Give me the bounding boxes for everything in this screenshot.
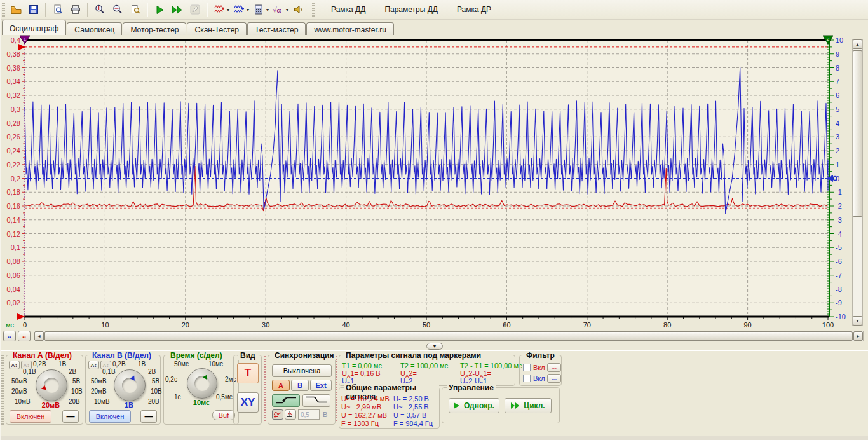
horizontal-scrollbar[interactable]: ◄ ► [34,331,864,341]
svg-text:5: 5 [836,106,839,113]
tab-4[interactable]: Тест-мастер [247,22,306,36]
tab-0[interactable]: Осциллограф [2,20,66,35]
marker-a-jump-button[interactable]: .. [18,331,31,341]
filter-checkbox-1[interactable] [523,375,531,382]
svg-text:0,4: 0,4 [11,36,20,44]
channel-b-dial-label: 10В [151,388,162,395]
sync-off-button[interactable]: Выключена [272,364,332,377]
svg-text:0,16: 0,16 [7,202,20,210]
horizontal-scroll-thumb[interactable] [44,331,853,341]
open-button[interactable] [8,2,24,17]
panel-splitter[interactable] [336,356,337,422]
scroll-left-button[interactable]: ◄ [34,331,44,341]
rising-edge-icon [275,398,297,406]
svg-text:30: 30 [262,321,269,329]
scroll-right-button[interactable]: ► [853,331,863,341]
channel-b-minus-button[interactable]: — [140,410,157,423]
collapse-panel-button[interactable]: ▼ [426,343,443,350]
print-preview-icon [53,4,63,15]
channel-a-autoscale-button[interactable]: A↕ [9,361,20,369]
tab-3[interactable]: Скан-Тестер [187,22,247,36]
timebase-dial-label: 50мс [174,361,189,368]
menu-item-1[interactable]: Параметры ДД [379,3,443,16]
menu-item-2[interactable]: Рамка ДР [452,3,496,16]
tab-bar: ОсциллографСамописецМотор-тестерСкан-Тес… [1,20,868,36]
zoom-page-button[interactable] [127,2,144,17]
sync-level-input[interactable] [298,409,320,420]
calculator-icon [254,4,263,15]
save-button[interactable] [25,2,42,17]
tab-5[interactable]: www.motor-master.ru [306,22,393,36]
scroll-up-button[interactable]: ▲ [853,39,862,49]
signal-b-menu-button[interactable] [231,2,247,17]
vertical-scrollbar[interactable]: ▲ ▼ [852,39,863,326]
panel-gripper[interactable] [1,355,4,426]
timebase-group: Время (с/дел) 50мс10мс0,2с2мс1с0,5мс10мс… [163,355,239,425]
filter-checkbox-0[interactable] [523,364,531,371]
single-run-button[interactable]: Однокр. [449,398,499,413]
filter-label: Вкл [533,375,545,382]
falling-edge-button[interactable] [302,394,330,407]
scroll-down-button[interactable]: ▼ [853,316,862,326]
menu-item-0[interactable]: Рамка ДД [326,3,370,16]
timebase-dial-label: 0,5мс [216,394,233,401]
sync-source-ext-button[interactable]: Ext [310,380,332,391]
control-title: Управление [447,383,496,392]
toolbar-gripper[interactable] [312,3,315,17]
view-title: Вид [238,351,257,360]
marker-b-jump-button[interactable]: .. [3,331,16,341]
calculator-button[interactable] [250,2,267,17]
zoom-vertical-button[interactable] [92,2,108,17]
view-t-button[interactable]: T [237,363,259,383]
vertical-scroll-thumb[interactable] [853,50,862,217]
math-button[interactable]: √α [270,2,287,17]
toolbar-gripper[interactable] [2,3,5,17]
buffer-button[interactable]: Buf [212,410,235,420]
sync-mode-level-button[interactable] [285,409,296,420]
print-button[interactable] [67,2,84,17]
run-single-button[interactable] [151,2,168,17]
view-xy-button[interactable]: XY [237,392,259,413]
sync-source-a-button[interactable]: А [272,380,290,391]
signal-b-dropdown-caret[interactable]: ▾ [247,7,249,13]
sound-button[interactable] [290,2,306,17]
tab-2[interactable]: Мотор-тестер [123,22,186,36]
math-dropdown-caret[interactable]: ▾ [286,7,288,13]
panel-splitter[interactable] [264,356,266,422]
sync-mode-wave-button[interactable] [272,409,283,420]
math-icon: √α [272,4,285,15]
filter-settings-button-0[interactable]: ... [547,363,561,372]
signal-a-menu-button[interactable] [211,2,227,17]
channel-a-dial-label: 10В [71,388,83,395]
channel-a-power-button[interactable]: Включен [10,410,51,423]
filter-settings-button-1[interactable]: ... [547,374,561,383]
channel-a-measurement: U~= 2,99 мВ [341,403,381,411]
channel-a-dial-label: 20В [69,398,80,405]
zoom-horizontal-button[interactable] [109,2,126,17]
channel-a-knob[interactable] [36,369,67,401]
zoom-horizontal-icon [112,4,123,15]
timebase-knob[interactable] [187,368,217,399]
signal-a-dropdown-caret[interactable]: ▾ [227,7,229,13]
cycle-run-button[interactable]: Цикл. [505,398,552,413]
sync-source-b-button[interactable]: B [291,380,309,391]
svg-text:0,2: 0,2 [11,175,20,182]
tab-1[interactable]: Самописец [67,22,122,36]
channel-b-dial-label: 20мВ [91,388,107,395]
calculator-dropdown-caret[interactable]: ▾ [266,7,269,13]
edit-button[interactable] [187,2,203,17]
print-preview-button[interactable] [50,2,66,17]
channel-b-dial-label: 1В [138,361,146,368]
channel-b-knob[interactable] [114,369,146,401]
svg-text:0,06: 0,06 [7,272,20,279]
channel-b-autoscale-button[interactable]: A↕ [88,361,99,369]
run-cycle-button[interactable] [169,2,186,17]
svg-text:0,14: 0,14 [7,216,20,224]
rising-edge-button[interactable] [272,394,300,407]
svg-text:-2: -2 [836,202,842,210]
channel-a-minus-button[interactable]: — [62,410,79,423]
svg-text:90: 90 [743,321,751,329]
waveform-canvas[interactable]: 0,40,380,360,340,320,30,280,260,240,220,… [1,35,868,351]
svg-text:0: 0 [836,175,839,182]
channel-b-power-button[interactable]: Включен [89,410,131,423]
